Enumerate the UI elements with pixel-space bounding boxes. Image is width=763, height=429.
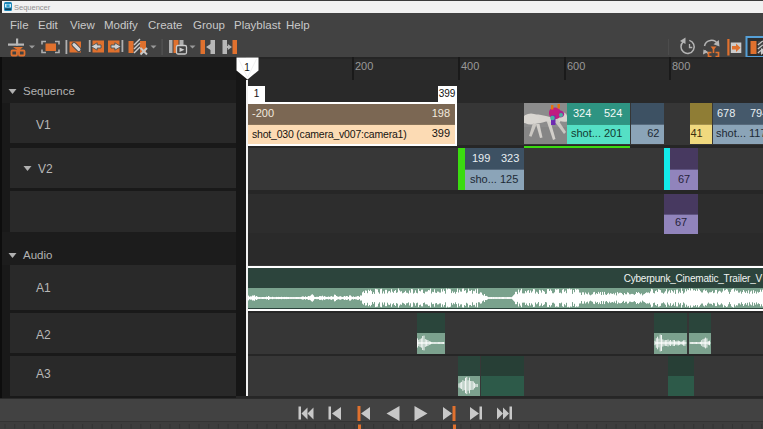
svg-text:1: 1 bbox=[244, 62, 250, 73]
